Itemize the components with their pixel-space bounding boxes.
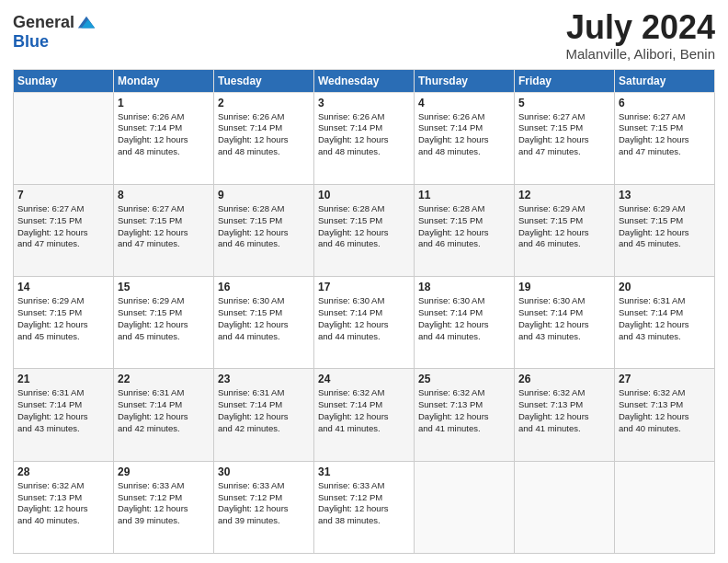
day-cell: 5Sunrise: 6:27 AM Sunset: 7:15 PM Daylig…	[515, 92, 615, 184]
day-number: 10	[318, 189, 410, 201]
day-cell: 28Sunrise: 6:32 AM Sunset: 7:13 PM Dayli…	[14, 461, 114, 553]
day-cell: 21Sunrise: 6:31 AM Sunset: 7:14 PM Dayli…	[14, 369, 114, 461]
week-row: 1Sunrise: 6:26 AM Sunset: 7:14 PM Daylig…	[14, 92, 715, 184]
day-cell: 15Sunrise: 6:29 AM Sunset: 7:15 PM Dayli…	[114, 277, 214, 369]
day-number: 13	[619, 189, 711, 201]
logo-blue: Blue	[13, 32, 49, 51]
calendar-table: SundayMondayTuesdayWednesdayThursdayFrid…	[13, 69, 715, 554]
day-info: Sunrise: 6:27 AM Sunset: 7:15 PM Dayligh…	[17, 203, 109, 250]
day-number: 4	[418, 97, 510, 109]
day-info: Sunrise: 6:27 AM Sunset: 7:15 PM Dayligh…	[118, 203, 210, 250]
day-cell: 1Sunrise: 6:26 AM Sunset: 7:14 PM Daylig…	[114, 92, 214, 184]
day-number: 20	[619, 281, 711, 293]
day-info: Sunrise: 6:28 AM Sunset: 7:15 PM Dayligh…	[318, 203, 410, 250]
day-info: Sunrise: 6:32 AM Sunset: 7:13 PM Dayligh…	[418, 387, 510, 434]
day-info: Sunrise: 6:26 AM Sunset: 7:14 PM Dayligh…	[118, 111, 210, 158]
calendar-header: SundayMondayTuesdayWednesdayThursdayFrid…	[14, 69, 715, 92]
col-header-thursday: Thursday	[415, 69, 515, 92]
day-cell: 24Sunrise: 6:32 AM Sunset: 7:14 PM Dayli…	[314, 369, 415, 461]
col-header-monday: Monday	[114, 69, 214, 92]
day-number: 5	[518, 97, 610, 109]
day-cell	[615, 461, 715, 553]
day-number: 19	[518, 281, 610, 293]
day-info: Sunrise: 6:29 AM Sunset: 7:15 PM Dayligh…	[118, 295, 210, 342]
day-number: 31	[318, 465, 410, 478]
day-info: Sunrise: 6:33 AM Sunset: 7:12 PM Dayligh…	[218, 480, 310, 527]
week-row: 28Sunrise: 6:32 AM Sunset: 7:13 PM Dayli…	[14, 461, 715, 553]
day-cell: 31Sunrise: 6:33 AM Sunset: 7:12 PM Dayli…	[314, 461, 415, 553]
day-cell: 11Sunrise: 6:28 AM Sunset: 7:15 PM Dayli…	[415, 184, 515, 276]
day-cell: 13Sunrise: 6:29 AM Sunset: 7:15 PM Dayli…	[615, 184, 715, 276]
day-cell	[14, 92, 114, 184]
day-number: 23	[218, 373, 310, 385]
day-number: 7	[17, 189, 109, 201]
day-number: 24	[318, 373, 410, 385]
day-number: 17	[318, 281, 410, 293]
title-month: July 2024	[565, 9, 715, 46]
day-cell: 12Sunrise: 6:29 AM Sunset: 7:15 PM Dayli…	[515, 184, 615, 276]
day-cell: 19Sunrise: 6:30 AM Sunset: 7:14 PM Dayli…	[515, 277, 615, 369]
day-cell: 10Sunrise: 6:28 AM Sunset: 7:15 PM Dayli…	[314, 184, 415, 276]
day-info: Sunrise: 6:30 AM Sunset: 7:14 PM Dayligh…	[318, 295, 410, 342]
day-cell: 8Sunrise: 6:27 AM Sunset: 7:15 PM Daylig…	[114, 184, 214, 276]
day-cell: 4Sunrise: 6:26 AM Sunset: 7:14 PM Daylig…	[415, 92, 515, 184]
title-block: July 2024 Malanville, Alibori, Benin	[565, 9, 715, 62]
day-info: Sunrise: 6:26 AM Sunset: 7:14 PM Dayligh…	[318, 111, 410, 158]
week-row: 21Sunrise: 6:31 AM Sunset: 7:14 PM Dayli…	[14, 369, 715, 461]
day-number: 8	[118, 189, 210, 201]
calendar-body: 1Sunrise: 6:26 AM Sunset: 7:14 PM Daylig…	[14, 92, 715, 553]
day-cell: 30Sunrise: 6:33 AM Sunset: 7:12 PM Dayli…	[214, 461, 314, 553]
day-cell	[515, 461, 615, 553]
day-cell: 20Sunrise: 6:31 AM Sunset: 7:14 PM Dayli…	[615, 277, 715, 369]
day-number: 16	[218, 281, 310, 293]
day-info: Sunrise: 6:26 AM Sunset: 7:14 PM Dayligh…	[218, 111, 310, 158]
day-cell: 3Sunrise: 6:26 AM Sunset: 7:14 PM Daylig…	[314, 92, 415, 184]
day-number: 1	[118, 97, 210, 109]
day-number: 6	[619, 97, 711, 109]
day-info: Sunrise: 6:33 AM Sunset: 7:12 PM Dayligh…	[318, 480, 410, 527]
day-info: Sunrise: 6:32 AM Sunset: 7:14 PM Dayligh…	[318, 387, 410, 434]
title-location: Malanville, Alibori, Benin	[565, 46, 715, 62]
page: General Blue July 2024 Malanville, Alibo…	[0, 0, 728, 563]
day-number: 28	[17, 465, 109, 478]
day-info: Sunrise: 6:27 AM Sunset: 7:15 PM Dayligh…	[518, 111, 610, 158]
day-info: Sunrise: 6:29 AM Sunset: 7:15 PM Dayligh…	[17, 295, 109, 342]
day-number: 18	[418, 281, 510, 293]
day-info: Sunrise: 6:31 AM Sunset: 7:14 PM Dayligh…	[218, 387, 310, 434]
day-cell: 29Sunrise: 6:33 AM Sunset: 7:12 PM Dayli…	[114, 461, 214, 553]
col-header-tuesday: Tuesday	[214, 69, 314, 92]
day-number: 14	[17, 281, 109, 293]
day-info: Sunrise: 6:29 AM Sunset: 7:15 PM Dayligh…	[619, 203, 711, 250]
day-cell: 23Sunrise: 6:31 AM Sunset: 7:14 PM Dayli…	[214, 369, 314, 461]
col-header-friday: Friday	[515, 69, 615, 92]
day-number: 9	[218, 189, 310, 201]
day-info: Sunrise: 6:32 AM Sunset: 7:13 PM Dayligh…	[518, 387, 610, 434]
day-info: Sunrise: 6:29 AM Sunset: 7:15 PM Dayligh…	[518, 203, 610, 250]
col-header-wednesday: Wednesday	[314, 69, 415, 92]
day-cell: 16Sunrise: 6:30 AM Sunset: 7:15 PM Dayli…	[214, 277, 314, 369]
day-number: 26	[518, 373, 610, 385]
day-cell: 22Sunrise: 6:31 AM Sunset: 7:14 PM Dayli…	[114, 369, 214, 461]
logo-general: General	[13, 14, 74, 32]
day-info: Sunrise: 6:31 AM Sunset: 7:14 PM Dayligh…	[17, 387, 109, 434]
logo-icon	[76, 13, 97, 33]
day-info: Sunrise: 6:33 AM Sunset: 7:12 PM Dayligh…	[118, 480, 210, 527]
day-info: Sunrise: 6:31 AM Sunset: 7:14 PM Dayligh…	[619, 295, 711, 342]
day-info: Sunrise: 6:31 AM Sunset: 7:14 PM Dayligh…	[118, 387, 210, 434]
day-info: Sunrise: 6:30 AM Sunset: 7:15 PM Dayligh…	[218, 295, 310, 342]
day-info: Sunrise: 6:27 AM Sunset: 7:15 PM Dayligh…	[619, 111, 711, 158]
day-cell: 2Sunrise: 6:26 AM Sunset: 7:14 PM Daylig…	[214, 92, 314, 184]
day-info: Sunrise: 6:30 AM Sunset: 7:14 PM Dayligh…	[518, 295, 610, 342]
day-info: Sunrise: 6:28 AM Sunset: 7:15 PM Dayligh…	[418, 203, 510, 250]
day-number: 15	[118, 281, 210, 293]
day-cell: 27Sunrise: 6:32 AM Sunset: 7:13 PM Dayli…	[615, 369, 715, 461]
day-info: Sunrise: 6:32 AM Sunset: 7:13 PM Dayligh…	[17, 480, 109, 527]
day-info: Sunrise: 6:30 AM Sunset: 7:14 PM Dayligh…	[418, 295, 510, 342]
col-header-saturday: Saturday	[615, 69, 715, 92]
week-row: 14Sunrise: 6:29 AM Sunset: 7:15 PM Dayli…	[14, 277, 715, 369]
col-header-sunday: Sunday	[14, 69, 114, 92]
day-cell: 6Sunrise: 6:27 AM Sunset: 7:15 PM Daylig…	[615, 92, 715, 184]
day-number: 22	[118, 373, 210, 385]
day-cell: 14Sunrise: 6:29 AM Sunset: 7:15 PM Dayli…	[14, 277, 114, 369]
day-number: 12	[518, 189, 610, 201]
